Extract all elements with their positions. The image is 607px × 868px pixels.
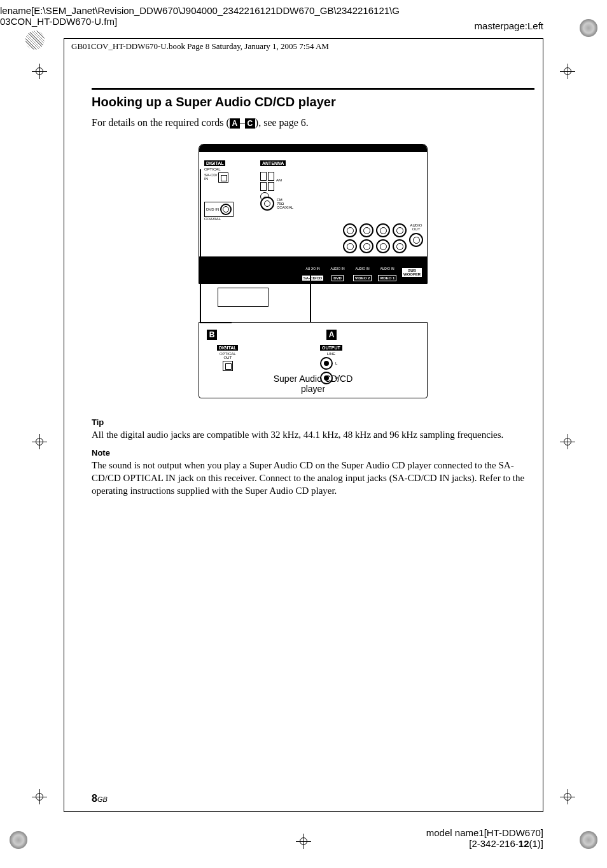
digital-label: DIGITAL	[204, 160, 225, 166]
registration-mark-icon	[560, 789, 575, 804]
hookup-diagram: DIGITAL OPTICAL SA-CD/ IN ANTENNA	[199, 144, 428, 398]
crop-mark-icon	[580, 831, 597, 849]
rca-jack-icon	[376, 239, 390, 253]
masterpage-label: masterpage:Left	[475, 20, 543, 31]
page-frame-right	[543, 38, 543, 812]
letter-c-box: C	[245, 118, 255, 129]
section-title: Hooking up a Super Audio CD/CD player	[92, 95, 534, 109]
footer-partno-bold: 12	[519, 838, 529, 849]
player-output-label: OUTPUT	[320, 345, 342, 351]
cable-connector-icon	[218, 288, 269, 307]
rca-jack-icon	[393, 223, 407, 237]
player-digital-label: DIGITAL	[217, 345, 238, 351]
player-digital-section: DIGITAL OPTICAL OUT	[217, 340, 238, 371]
intro-dash: –	[240, 117, 245, 128]
col-sub-label: SUB WOOFER	[402, 268, 422, 277]
tip-heading: Tip	[92, 417, 534, 427]
section-rule	[92, 88, 534, 90]
audio-in-label: AUDIO IN	[351, 267, 373, 270]
letter-b-box: B	[207, 330, 217, 340]
rca-jack-icon	[409, 233, 423, 247]
intro-suffix: ), see page 6.	[255, 117, 309, 128]
rca-jack-icon	[393, 239, 407, 253]
book-info: GB01COV_HT-DDW670-U.book Page 8 Saturday…	[71, 41, 329, 52]
crop-mark-icon	[10, 831, 27, 849]
antenna-terminal-icon	[260, 182, 267, 191]
player-caption: Super Audio CD/CD player	[199, 374, 427, 394]
registration-mark-icon	[560, 434, 575, 449]
filename-line2: 03CON_HT-DDW670-U.fm]	[0, 16, 400, 27]
col-dvd-label: DVD	[331, 275, 344, 281]
registration-mark-icon	[32, 434, 47, 449]
audio-in-label: AUDIO IN	[326, 267, 349, 270]
page-suffix: GB	[97, 795, 108, 803]
registration-mark-icon	[296, 834, 311, 849]
col-video2-label: VIDEO 2	[353, 275, 372, 281]
player-line-label: LINE	[320, 352, 342, 356]
fm-coax-jack-icon	[260, 197, 274, 211]
rca-out-jack-icon	[320, 357, 333, 370]
note-heading: Note	[92, 448, 534, 458]
antenna-label: ANTENNA	[260, 160, 286, 166]
letter-a-box: A	[326, 330, 337, 340]
page-frame-left	[64, 38, 64, 812]
dvd-coax-jack-icon	[220, 204, 232, 215]
dvd-in-section: DVD IN COAXIAL	[204, 202, 234, 221]
page-num: 8	[92, 793, 97, 804]
antenna-section: ANTENNA AM ⏚	[260, 156, 286, 201]
player-optical-out-label: OPTICAL OUT	[217, 352, 238, 360]
cable-area	[199, 284, 428, 322]
antenna-terminal-icon	[268, 172, 274, 181]
audio-in-label: AUDIO IN	[376, 267, 398, 270]
filename-line1: lename[E:\SEM_Janet\Revision_DDW670\J904…	[0, 5, 400, 16]
hatched-circle-icon	[25, 31, 45, 50]
receiver-rear-panel: DIGITAL OPTICAL SA-CD/ IN ANTENNA	[199, 144, 428, 284]
page-number: 8GB	[92, 793, 108, 804]
col-video1-label: VIDEO 1	[378, 275, 397, 281]
footer-partno-prefix: [2-342-216-	[469, 838, 519, 849]
intro-prefix: For details on the required cords (	[92, 117, 230, 128]
tip-text: All the digital audio jacks are compatib…	[92, 428, 534, 441]
antenna-terminal-icon	[260, 172, 267, 181]
am-label: AM	[276, 178, 282, 182]
rca-jack-icon	[376, 223, 390, 237]
registration-mark-icon	[560, 64, 575, 79]
player-l-label: L	[335, 361, 337, 365]
note-text: The sound is not output when you play a …	[92, 459, 534, 498]
player-box: B A DIGITAL OPTICAL OUT OUTPUT LINE L	[199, 322, 428, 398]
rca-jack-row: AUDIO OUT	[343, 223, 423, 253]
audio-in-label: AUDIO IN	[302, 267, 324, 270]
cable-a-line	[310, 258, 311, 322]
antenna-terminal-icon	[268, 182, 274, 191]
registration-mark-icon	[32, 789, 47, 804]
coaxial-label: COAXIAL	[204, 217, 234, 221]
page-frame-top	[64, 38, 543, 39]
letter-a-box: A	[230, 118, 240, 129]
rca-jack-icon	[343, 223, 357, 237]
col-sacd-label: SA-CD/CD	[302, 276, 323, 281]
digital-section: DIGITAL OPTICAL SA-CD/ IN	[204, 156, 228, 183]
audio-out-label: AUDIO OUT	[410, 223, 422, 231]
crop-mark-icon	[580, 19, 597, 37]
cable-b-line	[200, 169, 201, 322]
footer-partno-suffix: (1)]	[529, 838, 544, 849]
fm-section: FM 75Ω COAXIAL	[260, 197, 293, 211]
intro-text: For details on the required cords (A–C),…	[92, 117, 534, 129]
footer-info: model name1[HT-DDW670] [2-342-216-12(1)]	[426, 827, 543, 849]
rca-jack-icon	[359, 239, 373, 253]
header-filename: lename[E:\SEM_Janet\Revision_DDW670\J904…	[0, 5, 400, 27]
rca-jack-icon	[343, 239, 357, 253]
registration-mark-icon	[32, 64, 47, 79]
optical-jack-icon	[218, 172, 228, 183]
footer-model: model name1[HT-DDW670]	[426, 827, 543, 838]
page-frame-bottom	[64, 811, 543, 812]
rca-jack-icon	[359, 223, 373, 237]
receiver-bottom-strip: AUDIO IN SA-CD/CD AUDIO IN DVD AUDIO IN …	[199, 256, 427, 283]
sacd-in-label: SA-CD/ IN	[204, 173, 217, 181]
dvd-in-label: DVD IN	[206, 207, 219, 211]
optical-out-jack-icon	[223, 361, 233, 371]
fm-label: FM 75Ω COAXIAL	[277, 198, 293, 209]
